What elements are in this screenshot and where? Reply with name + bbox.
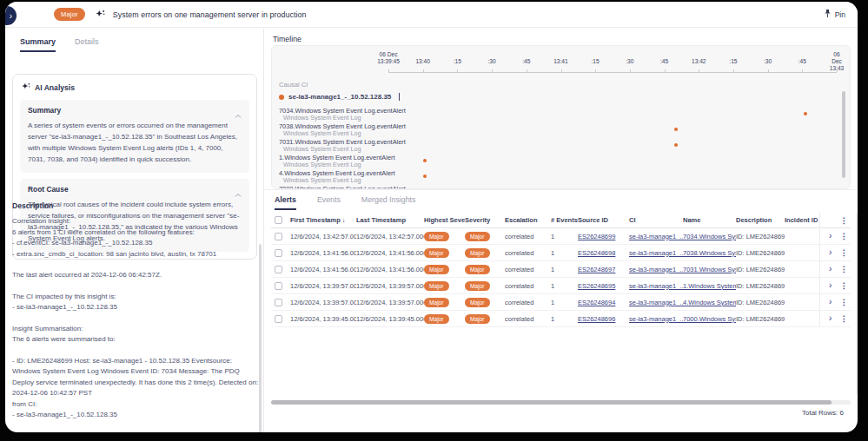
select-all-checkbox[interactable]	[275, 216, 282, 224]
timeline-heading: Timeline	[273, 35, 301, 43]
description-line: Correlation Insight:	[12, 216, 259, 227]
severity-badge: Major	[424, 298, 449, 307]
collapse-chevron-icon[interactable]	[235, 107, 242, 122]
col-ci[interactable]: CI	[629, 216, 683, 224]
event-dot[interactable]	[423, 159, 427, 162]
table-row[interactable]: 12/6/2024, 13:42:57.000 12/6/2024, 13:42…	[271, 228, 851, 245]
source-id-link[interactable]: ES26248695	[578, 282, 615, 290]
severity-badge: Major	[465, 281, 490, 291]
event-dot[interactable]	[804, 112, 807, 115]
source-id-link[interactable]: ES26248694	[578, 299, 615, 306]
collapse-chevron-icon[interactable]	[235, 186, 242, 201]
tab-details[interactable]: Details	[75, 37, 99, 52]
tab-summary[interactable]: Summary	[20, 37, 56, 52]
row-expand-chevron[interactable]: ›	[829, 265, 832, 273]
section-divider	[264, 189, 858, 190]
ai-sparkle-icon	[22, 82, 30, 93]
table-vertical-scrollbar[interactable]	[856, 213, 858, 395]
sort-desc-icon[interactable]: ↓	[342, 216, 346, 224]
pin-icon	[824, 9, 832, 20]
event-dot[interactable]	[674, 128, 678, 131]
ci-link[interactable]: se-la3-manage1_...	[629, 315, 683, 323]
table-row[interactable]: 12/6/2024, 13:39:57.000 12/6/2024, 13:39…	[271, 278, 851, 294]
timeline-panel: 06 Dec13:39:45 13:40 :15 :30 :45 13:41 :…	[271, 45, 851, 189]
severity-badge: Major	[424, 265, 449, 274]
col-first-timestamp[interactable]: First Timestamp	[290, 216, 341, 224]
col-incident-id[interactable]: Incident ID	[785, 216, 819, 224]
col-escalation[interactable]: Escalation	[505, 216, 551, 224]
row-checkbox[interactable]	[275, 315, 282, 323]
right-section: Timeline 06 Dec13:39:45 13:40 :15 :30 :4…	[264, 29, 858, 432]
row-checkbox[interactable]	[275, 233, 282, 240]
scrollbar-thumb[interactable]	[271, 400, 832, 405]
row-checkbox[interactable]	[275, 249, 282, 257]
timeline-rows: 7034.Windows System Event Log.eventAlert…	[279, 107, 838, 189]
col-name[interactable]: Name	[683, 216, 736, 224]
causal-ci-row[interactable]: se-la3-manage1_-_10.52.128.35	[279, 93, 400, 101]
row-expand-chevron[interactable]: ›	[829, 281, 832, 290]
description-line: from CI:	[12, 399, 259, 411]
event-dot[interactable]	[423, 174, 427, 178]
row-expand-chevron[interactable]: ›	[829, 298, 832, 306]
tab-merged-insights[interactable]: Merged Insights	[361, 195, 416, 210]
row-expand-chevron[interactable]: ›	[829, 232, 832, 240]
source-id-link[interactable]: ES26248698	[578, 249, 615, 257]
left-panel-scrollbar[interactable]	[259, 244, 262, 432]
table-row[interactable]: 12/6/2024, 13:39:45.000 12/6/2024, 13:39…	[271, 311, 851, 327]
collapse-panel-button[interactable]: ›	[5, 6, 17, 25]
ci-link[interactable]: se-la3-manage1_...	[629, 233, 683, 240]
table-row[interactable]: 12/6/2024, 13:39:57.000 12/6/2024, 13:39…	[271, 294, 851, 311]
ci-link[interactable]: se-la3-manage1_...	[629, 299, 683, 306]
row-kebab-icon[interactable]: ⋮	[840, 298, 848, 306]
alert-name-link[interactable]: 7034.Windows Sys...	[683, 233, 736, 240]
alert-name-link[interactable]: 7031.Windows Syst...	[683, 266, 736, 273]
source-id-link[interactable]: ES26248697	[578, 266, 615, 273]
alert-name-link[interactable]: 7000.Windows Sys...	[683, 315, 736, 323]
table-horizontal-scrollbar[interactable]	[271, 400, 851, 405]
total-rows-label: Total Rows: 6	[802, 409, 844, 417]
pin-button[interactable]: Pin	[824, 9, 845, 20]
row-checkbox[interactable]	[275, 282, 282, 290]
row-kebab-icon[interactable]: ⋮	[840, 248, 848, 257]
event-dot[interactable]	[674, 143, 678, 147]
row-checkbox[interactable]	[275, 266, 282, 273]
col-events[interactable]: # Events	[551, 216, 578, 224]
source-id-link[interactable]: ES26248699	[578, 233, 615, 240]
timeline-scrollbar[interactable]	[842, 91, 845, 178]
table-row[interactable]: 12/6/2024, 13:41:56.000 12/6/2024, 13:41…	[271, 261, 851, 278]
col-source-id[interactable]: Source ID	[578, 216, 629, 224]
alert-name-link[interactable]: 7038.Windows Sys...	[683, 249, 736, 257]
row-kebab-icon[interactable]: ⋮	[840, 314, 848, 323]
causal-ci-handle	[399, 93, 400, 101]
row-expand-chevron[interactable]: ›	[829, 248, 832, 257]
tab-events[interactable]: Events	[317, 195, 341, 210]
description-line: The CI impacted by this insight is:	[12, 292, 259, 303]
col-highest-severity[interactable]: Highest Severity	[424, 216, 465, 224]
description-line: The last alert occurred at 2024-12-06 06…	[12, 270, 259, 281]
source-id-link[interactable]: ES26248696	[578, 315, 615, 323]
col-severity[interactable]: Severity	[465, 216, 505, 224]
severity-badge: Major	[465, 232, 490, 241]
ci-link[interactable]: se-la3-manage1_...	[629, 249, 683, 257]
row-expand-chevron[interactable]: ›	[829, 314, 832, 323]
incident-header: › Major System errors on one management …	[5, 2, 858, 28]
ci-link[interactable]: se-la3-manage1_...	[629, 266, 683, 273]
chevron-right-icon: ›	[10, 11, 12, 21]
row-kebab-icon[interactable]: ⋮	[840, 265, 848, 273]
row-kebab-icon[interactable]: ⋮	[840, 232, 848, 240]
alert-name-link[interactable]: 1.Windows System ...	[683, 282, 736, 290]
row-checkbox[interactable]	[275, 299, 282, 306]
header-kebab-icon[interactable]: ⋮	[840, 216, 848, 225]
table-row[interactable]: 12/6/2024, 13:41:56.000 12/6/2024, 13:41…	[271, 245, 851, 261]
ai-analysis-title: AI Analysis	[35, 83, 75, 92]
description-line: - se-la3-manage1_-_10.52.128.35	[12, 410, 259, 421]
tab-alerts[interactable]: Alerts	[275, 195, 296, 210]
severity-badge: Major	[424, 281, 449, 291]
col-last-timestamp[interactable]: Last Timestamp	[356, 216, 424, 224]
col-description[interactable]: Description	[736, 216, 785, 224]
row-kebab-icon[interactable]: ⋮	[840, 281, 848, 290]
description-line: - extra.snc_cmdb_ci_location: 98 san jac…	[12, 249, 259, 260]
alert-name-link[interactable]: 4.Windows System...	[683, 299, 736, 306]
ci-link[interactable]: se-la3-manage1_...	[629, 282, 683, 290]
left-tab-bar: Summary Details	[5, 29, 263, 52]
